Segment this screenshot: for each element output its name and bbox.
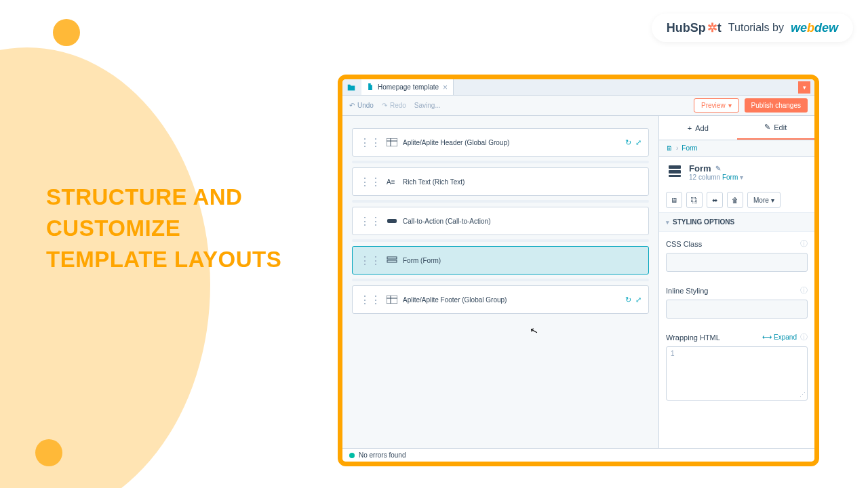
drag-handle-icon[interactable]: ⋮⋮	[359, 136, 381, 149]
page-title: STRUCTURE AND CUSTOMIZE TEMPLATE LAYOUTS	[46, 182, 281, 276]
module-toolbar: 🖥 ⿻ ⬌ 🗑 More ▾	[659, 188, 814, 213]
hubspot-logo: HubSp✲t	[667, 20, 722, 35]
tab-dropdown-icon[interactable]: ▾	[798, 81, 810, 94]
expand-icon[interactable]: ⤢	[635, 138, 642, 147]
module-label: Rich Text (Rich Text)	[403, 178, 465, 186]
svg-rect-11	[669, 170, 681, 174]
module-form[interactable]: ⋮⋮ Form (Form)	[352, 246, 649, 274]
chevron-right-icon: ›	[676, 144, 678, 152]
svg-rect-10	[669, 165, 681, 169]
module-title: Form ✎	[689, 163, 743, 174]
layout-icon	[387, 296, 397, 304]
status-text: No errors found	[359, 451, 406, 459]
module-header-group[interactable]: ⋮⋮ Aplite/Aplite Header (Global Group) ↻…	[352, 128, 649, 157]
tab-label: Homepage template	[378, 83, 439, 91]
copy-icon[interactable]: ⿻	[686, 192, 703, 208]
svg-rect-4	[387, 219, 397, 223]
layout-icon	[387, 138, 397, 146]
desktop-icon[interactable]: 🖥	[666, 192, 682, 208]
expand-link[interactable]: ⟷ Expand	[762, 333, 797, 341]
info-icon[interactable]: ⓘ	[800, 285, 808, 296]
svg-rect-12	[669, 175, 681, 177]
tab-bar: Homepage template × ▾	[342, 79, 814, 96]
module-cta[interactable]: ⋮⋮ Call-to-Action (Call-to-Action)	[352, 207, 649, 235]
tab-add[interactable]: + Add	[659, 116, 737, 140]
inline-styling-label: Inline Styling	[666, 287, 708, 295]
svg-rect-5	[387, 257, 397, 259]
info-icon[interactable]: ⓘ	[800, 332, 808, 342]
cta-icon	[387, 217, 397, 225]
module-divider	[352, 279, 649, 281]
field-css-class: CSS Class ⓘ	[659, 232, 814, 279]
preview-button[interactable]: Preview ▾	[694, 98, 739, 113]
field-inline-styling: Inline Styling ⓘ	[659, 279, 814, 325]
tab-homepage-template[interactable]: Homepage template ×	[361, 79, 454, 95]
breadcrumb-form[interactable]: Form	[682, 144, 697, 152]
toolbar: ↶ Undo ↷ Redo Saving... Preview ▾ Publis…	[342, 96, 814, 116]
tutorials-text: Tutorials by	[728, 22, 784, 34]
info-icon[interactable]: ⓘ	[800, 239, 808, 249]
trash-icon[interactable]: 🗑	[727, 192, 743, 208]
undo-button[interactable]: ↶ Undo	[349, 102, 374, 109]
more-button[interactable]: More ▾	[747, 192, 781, 208]
module-divider	[352, 239, 649, 242]
status-bar: No errors found	[342, 448, 814, 462]
breadcrumb: 🗎 › Form	[659, 140, 814, 157]
app-window: Homepage template × ▾ ↶ Undo ↷ Redo Savi…	[338, 75, 819, 466]
wrapping-html-textarea[interactable]: 1 ⋰	[666, 346, 808, 401]
rich-text-icon: A≡	[387, 178, 397, 186]
svg-rect-6	[387, 260, 397, 262]
pencil-icon: ✎	[764, 123, 770, 131]
expand-icon[interactable]: ⤢	[635, 296, 642, 304]
status-dot-icon	[349, 453, 355, 458]
redo-button[interactable]: ↷ Redo	[382, 102, 406, 109]
chevron-down-icon: ▾	[666, 219, 669, 226]
folder-icon[interactable]	[347, 83, 356, 92]
module-rich-text[interactable]: ⋮⋮ A≡ Rich Text (Rich Text)	[352, 167, 649, 196]
form-icon	[667, 163, 682, 178]
document-icon[interactable]: 🗎	[666, 144, 673, 152]
refresh-icon[interactable]: ↻	[625, 138, 631, 147]
right-sidebar: + Add ✎ Edit 🗎 › Form Form	[658, 116, 814, 448]
background-circle-top	[53, 19, 80, 46]
css-class-input[interactable]	[666, 253, 808, 272]
split-icon[interactable]: ⬌	[707, 192, 723, 208]
resize-handle-icon[interactable]: ⋰	[800, 392, 806, 399]
plus-icon: +	[688, 124, 692, 132]
webdew-logo: webdew	[791, 21, 838, 35]
field-wrapping-html: Wrapping HTML ⟷ Expand ⓘ 1 ⋰	[659, 325, 814, 407]
drag-handle-icon[interactable]: ⋮⋮	[359, 176, 381, 188]
svg-text:A≡: A≡	[387, 178, 395, 186]
module-subtitle: 12 column Form ▾	[689, 174, 743, 181]
wrapping-html-label: Wrapping HTML	[666, 333, 720, 342]
section-styling-options[interactable]: ▾ STYLING OPTIONS	[659, 213, 814, 232]
module-divider	[352, 200, 649, 203]
svg-rect-0	[387, 138, 397, 146]
document-icon	[367, 83, 374, 92]
module-divider	[352, 161, 649, 163]
svg-rect-7	[387, 296, 397, 304]
drag-handle-icon[interactable]: ⋮⋮	[359, 293, 381, 306]
inline-styling-input[interactable]	[666, 300, 808, 319]
module-label: Aplite/Aplite Footer (Global Group)	[403, 296, 507, 304]
line-number: 1	[671, 350, 675, 357]
module-label: Call-to-Action (Call-to-Action)	[403, 218, 490, 225]
module-type-link[interactable]: Form	[722, 174, 738, 181]
refresh-icon[interactable]: ↻	[625, 296, 631, 304]
content-area: ⋮⋮ Aplite/Aplite Header (Global Group) ↻…	[342, 116, 814, 448]
saving-status: Saving...	[414, 102, 441, 109]
tab-edit[interactable]: ✎ Edit	[737, 116, 815, 140]
module-label: Form (Form)	[403, 257, 441, 264]
close-icon[interactable]: ×	[443, 83, 448, 92]
publish-button[interactable]: Publish changes	[745, 98, 808, 113]
css-class-label: CSS Class	[666, 240, 702, 248]
module-footer-group[interactable]: ⋮⋮ Aplite/Aplite Footer (Global Group) ↻…	[352, 285, 649, 314]
drag-handle-icon[interactable]: ⋮⋮	[359, 254, 381, 267]
hubspot-sprocket-icon: ✲	[707, 20, 717, 35]
template-canvas: ⋮⋮ Aplite/Aplite Header (Global Group) ↻…	[342, 116, 658, 448]
pencil-icon[interactable]: ✎	[715, 165, 721, 172]
drag-handle-icon[interactable]: ⋮⋮	[359, 215, 381, 228]
branding-badge: HubSp✲t Tutorials by webdew	[652, 14, 853, 42]
form-icon	[387, 256, 397, 264]
background-circle-bottom	[35, 439, 62, 466]
